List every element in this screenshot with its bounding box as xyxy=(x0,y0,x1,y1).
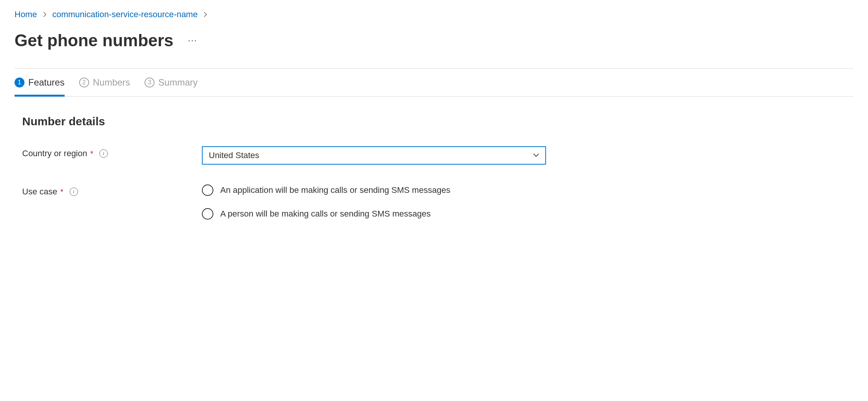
tab-features[interactable]: 1 Features xyxy=(15,77,65,97)
section-number-details: Number details Country or region * i Uni… xyxy=(15,97,853,220)
info-icon[interactable]: i xyxy=(99,149,108,158)
usecase-option-person[interactable]: A person will be making calls or sending… xyxy=(202,208,546,220)
radio-label: A person will be making calls or sending… xyxy=(220,209,431,219)
tab-badge: 1 xyxy=(15,78,24,87)
tab-label: Summary xyxy=(158,77,198,88)
country-label: Country or region xyxy=(22,149,87,158)
usecase-label: Use case xyxy=(22,187,57,197)
more-button[interactable]: ··· xyxy=(185,32,200,49)
page-title: Get phone numbers xyxy=(15,31,174,50)
form-row-usecase: Use case * i An application will be maki… xyxy=(22,184,846,220)
tabs: 1 Features 2 Numbers 3 Summary xyxy=(15,68,853,97)
required-indicator: * xyxy=(60,188,63,196)
tab-badge: 2 xyxy=(79,78,89,87)
breadcrumb-home[interactable]: Home xyxy=(15,10,37,19)
tab-label: Features xyxy=(28,77,65,88)
tab-numbers[interactable]: 2 Numbers xyxy=(79,77,130,97)
country-value: United States xyxy=(209,150,259,160)
usecase-option-application[interactable]: An application will be making calls or s… xyxy=(202,184,546,196)
chevron-right-icon xyxy=(42,10,47,19)
breadcrumb-resource[interactable]: communication-service-resource-name xyxy=(52,10,198,19)
radio-label: An application will be making calls or s… xyxy=(220,185,450,195)
form-label-col: Country or region * i xyxy=(22,146,202,158)
tab-label: Numbers xyxy=(93,77,130,88)
required-indicator: * xyxy=(90,149,93,158)
radio-icon xyxy=(202,184,213,196)
radio-icon xyxy=(202,208,213,220)
breadcrumb: Home communication-service-resource-name xyxy=(15,10,853,19)
chevron-down-icon xyxy=(533,150,539,160)
tab-summary[interactable]: 3 Summary xyxy=(145,77,198,97)
form-control-col: An application will be making calls or s… xyxy=(202,184,546,220)
tab-badge: 3 xyxy=(145,78,154,87)
form-control-col: United States xyxy=(202,146,546,165)
form-label-col: Use case * i xyxy=(22,184,202,197)
page-header: Get phone numbers ··· xyxy=(15,31,853,50)
usecase-radio-group: An application will be making calls or s… xyxy=(202,184,546,220)
chevron-right-icon xyxy=(203,10,208,19)
country-select[interactable]: United States xyxy=(202,146,546,165)
section-title: Number details xyxy=(22,115,846,128)
form-row-country: Country or region * i United States xyxy=(22,146,846,165)
info-icon[interactable]: i xyxy=(70,188,78,196)
